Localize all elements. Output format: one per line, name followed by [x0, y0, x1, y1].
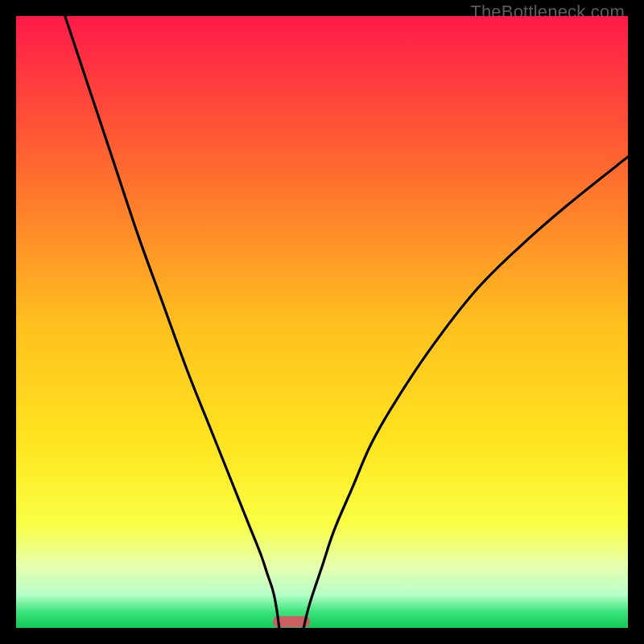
gradient-background [16, 16, 628, 628]
chart-frame [16, 16, 628, 628]
bottleneck-chart [16, 16, 628, 628]
